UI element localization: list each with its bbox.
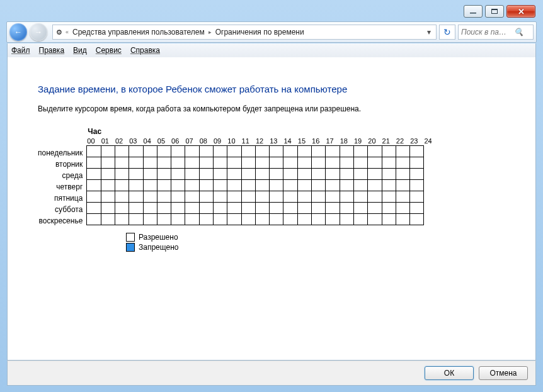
time-cell[interactable] <box>115 146 129 157</box>
time-cell[interactable] <box>143 157 157 169</box>
time-cell[interactable] <box>171 203 185 214</box>
time-grid[interactable] <box>86 145 437 225</box>
time-cell[interactable] <box>312 180 326 191</box>
time-cell[interactable] <box>143 180 157 191</box>
time-cell[interactable] <box>129 180 143 191</box>
time-cell[interactable] <box>157 157 171 169</box>
time-cell[interactable] <box>101 169 115 180</box>
time-cell[interactable] <box>283 214 297 225</box>
time-cell[interactable] <box>241 214 255 225</box>
time-cell[interactable] <box>214 146 227 157</box>
time-cell[interactable] <box>157 180 171 191</box>
time-cell[interactable] <box>368 169 382 180</box>
time-cell[interactable] <box>115 157 129 169</box>
time-cell[interactable] <box>353 214 367 225</box>
breadcrumb-item[interactable]: Средства управления пользователем <box>70 28 207 36</box>
time-cell[interactable] <box>185 146 199 157</box>
time-cell[interactable] <box>199 180 213 191</box>
time-cell[interactable] <box>199 157 213 169</box>
time-cell[interactable] <box>199 214 213 225</box>
time-cell[interactable] <box>340 180 353 191</box>
breadcrumb-item[interactable]: Ограничения по времени <box>213 28 307 36</box>
time-cell[interactable] <box>382 214 396 225</box>
time-cell[interactable] <box>340 191 353 203</box>
time-cell[interactable] <box>410 180 424 191</box>
time-cell[interactable] <box>143 214 157 225</box>
time-cell[interactable] <box>115 203 129 214</box>
time-cell[interactable] <box>157 214 171 225</box>
time-cell[interactable] <box>410 146 424 157</box>
time-cell[interactable] <box>87 191 101 203</box>
time-cell[interactable] <box>396 169 409 180</box>
time-cell[interactable] <box>410 214 424 225</box>
time-cell[interactable] <box>368 214 382 225</box>
time-cell[interactable] <box>353 146 367 157</box>
time-cell[interactable] <box>283 157 297 169</box>
time-cell[interactable] <box>241 203 255 214</box>
time-cell[interactable] <box>396 157 409 169</box>
time-cell[interactable] <box>326 157 340 169</box>
time-cell[interactable] <box>185 203 199 214</box>
time-cell[interactable] <box>171 191 185 203</box>
time-cell[interactable] <box>171 180 185 191</box>
time-cell[interactable] <box>297 214 311 225</box>
ok-button[interactable]: ОК <box>425 366 474 380</box>
time-cell[interactable] <box>157 191 171 203</box>
time-cell[interactable] <box>241 169 255 180</box>
time-cell[interactable] <box>326 169 340 180</box>
menu-view[interactable]: Вид <box>73 46 87 55</box>
time-cell[interactable] <box>340 146 353 157</box>
time-cell[interactable] <box>270 157 283 169</box>
time-cell[interactable] <box>255 157 269 169</box>
time-cell[interactable] <box>115 180 129 191</box>
back-button[interactable]: ← <box>9 23 27 41</box>
time-cell[interactable] <box>115 191 129 203</box>
time-cell[interactable] <box>353 180 367 191</box>
time-cell[interactable] <box>214 214 227 225</box>
time-cell[interactable] <box>312 203 326 214</box>
time-cell[interactable] <box>101 214 115 225</box>
search-box[interactable]: 🔍 <box>458 25 534 40</box>
time-cell[interactable] <box>297 157 311 169</box>
time-cell[interactable] <box>241 146 255 157</box>
time-cell[interactable] <box>382 191 396 203</box>
time-cell[interactable] <box>270 169 283 180</box>
time-cell[interactable] <box>157 169 171 180</box>
time-cell[interactable] <box>87 146 101 157</box>
time-cell[interactable] <box>143 146 157 157</box>
time-cell[interactable] <box>270 214 283 225</box>
time-cell[interactable] <box>101 203 115 214</box>
time-cell[interactable] <box>353 203 367 214</box>
time-cell[interactable] <box>396 203 409 214</box>
time-cell[interactable] <box>396 214 409 225</box>
time-cell[interactable] <box>227 157 241 169</box>
cancel-button[interactable]: Отмена <box>479 366 528 380</box>
time-cell[interactable] <box>297 191 311 203</box>
time-cell[interactable] <box>227 214 241 225</box>
time-cell[interactable] <box>326 203 340 214</box>
time-cell[interactable] <box>87 169 101 180</box>
time-cell[interactable] <box>297 203 311 214</box>
time-cell[interactable] <box>87 180 101 191</box>
time-cell[interactable] <box>214 191 227 203</box>
time-cell[interactable] <box>87 214 101 225</box>
time-cell[interactable] <box>382 169 396 180</box>
maximize-button[interactable] <box>485 5 504 18</box>
time-cell[interactable] <box>129 169 143 180</box>
time-cell[interactable] <box>171 169 185 180</box>
time-cell[interactable] <box>396 146 409 157</box>
time-cell[interactable] <box>382 157 396 169</box>
time-cell[interactable] <box>171 146 185 157</box>
time-cell[interactable] <box>101 146 115 157</box>
time-cell[interactable] <box>171 157 185 169</box>
close-button[interactable]: ✕ <box>506 5 535 18</box>
time-cell[interactable] <box>199 169 213 180</box>
time-cell[interactable] <box>283 191 297 203</box>
time-cell[interactable] <box>283 169 297 180</box>
time-cell[interactable] <box>129 214 143 225</box>
time-cell[interactable] <box>143 191 157 203</box>
time-cell[interactable] <box>396 180 409 191</box>
time-cell[interactable] <box>382 146 396 157</box>
time-cell[interactable] <box>270 191 283 203</box>
time-cell[interactable] <box>410 203 424 214</box>
